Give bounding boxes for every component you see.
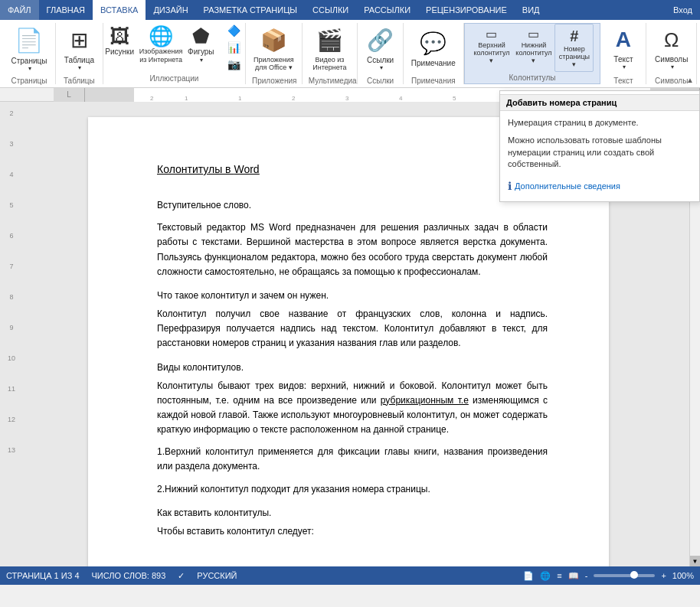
- signin-button[interactable]: Вход: [666, 0, 700, 20]
- footer-button[interactable]: ▭ Нижнийколонтитул ▾: [512, 24, 554, 67]
- online-pictures-icon: 🌐: [149, 26, 173, 46]
- doc-title-word: Word: [234, 163, 259, 175]
- ribbon-group-media: 🎬 Видео изИнтернета Мультимедиа: [303, 23, 358, 84]
- ribbon-group-apps: 📦 Приложениядля Office ▾ Приложения: [246, 23, 303, 84]
- footer-icon: ▭: [528, 27, 539, 41]
- page-number-button[interactable]: # Номерстраницы ▾: [554, 24, 594, 72]
- symbols-button[interactable]: Ω Символы ▾: [650, 23, 692, 75]
- doc-paragraph2: Колонтитул получил свое название от фран…: [157, 307, 548, 351]
- menu-file[interactable]: ФАЙЛ: [0, 0, 39, 20]
- text-group-label: Текст: [607, 75, 639, 86]
- table-icon: ⊞: [70, 28, 88, 53]
- doc-section1: Что такое колонтитул и зачем он нужен.: [157, 290, 548, 301]
- ribbon-collapse-button[interactable]: ▲: [683, 74, 697, 86]
- screenshot-icon: 📷: [227, 59, 240, 70]
- doc-title: Колонтитулы в Word: [157, 163, 548, 175]
- zoom-in-button[interactable]: +: [661, 571, 666, 580]
- page-count: СТРАНИЦА 1 ИЗ 4: [6, 571, 80, 580]
- page-number-icon: #: [570, 28, 578, 45]
- word-count: ЧИСЛО СЛОВ: 893: [92, 571, 166, 580]
- menu-bar: ФАЙЛ ГЛАВНАЯ ВСТАВКА ДИЗАЙН РАЗМЕТКА СТР…: [0, 0, 700, 20]
- pages-group-label: Страницы: [9, 75, 49, 86]
- left-margin: 2 3 4 5 6 7 8 9 10 11 12 13: [0, 102, 23, 566]
- ribbon: 📄 Страницы ▾ Страницы ⊞ Таблица ▾ Таблиц…: [0, 20, 700, 88]
- header-button[interactable]: ▭ Верхнийколонтитул ▾: [471, 24, 513, 67]
- comment-button[interactable]: 💬 Примечание: [407, 23, 460, 75]
- ruler-corner-icon: L: [67, 90, 71, 99]
- popup-more-info-link[interactable]: ℹ Дополнительные сведения: [508, 177, 692, 195]
- view-print-icon[interactable]: 📄: [523, 571, 534, 581]
- ribbon-content: 📄 Страницы ▾ Страницы ⊞ Таблица ▾ Таблиц…: [0, 20, 700, 87]
- ribbon-group-comments: 💬 Примечание Примечания: [404, 23, 463, 84]
- links-button[interactable]: 🔗 Ссылки ▾: [362, 23, 398, 75]
- shapes-button[interactable]: ⬟ Фигуры ▾: [183, 23, 218, 67]
- view-web-icon[interactable]: 🌐: [540, 571, 551, 581]
- status-bar: СТРАНИЦА 1 ИЗ 4 ЧИСЛО СЛОВ: 893 ✓ РУССКИ…: [0, 566, 700, 585]
- menu-layout[interactable]: РАЗМЕТКА СТРАНИЦЫ: [196, 0, 305, 20]
- status-right: 📄 🌐 ≡ 📖 - + 100%: [523, 571, 694, 581]
- apps-icon: 📦: [260, 28, 287, 53]
- apps-group-label: Приложения: [252, 75, 296, 86]
- chart-button[interactable]: 📊: [221, 40, 248, 56]
- links-icon: 🔗: [367, 28, 394, 53]
- menu-view[interactable]: ВИД: [515, 0, 548, 20]
- ruler-corner: L: [54, 88, 84, 102]
- shapes-icon: ⬟: [192, 26, 210, 46]
- popup-body: Нумерация страниц в документе. Можно исп…: [500, 111, 699, 201]
- language[interactable]: РУССКИЙ: [197, 571, 237, 580]
- ribbon-group-illustrations: 🖼 Рисунки 🌐 Изображения из Интернета ⬟ Ф…: [103, 23, 246, 84]
- links-group-label: Ссылки: [364, 75, 397, 86]
- page-numbers-popup: Добавить номера страниц Нумерация страни…: [499, 90, 700, 202]
- ribbon-group-pages: 📄 Страницы ▾ Страницы: [3, 23, 56, 84]
- ribbon-group-tables: ⊞ Таблица ▾ Таблицы: [56, 23, 103, 84]
- media-group-label: Мультимедиа: [309, 75, 351, 86]
- zoom-out-button[interactable]: -: [585, 571, 588, 580]
- info-icon: ℹ: [508, 180, 512, 192]
- doc-section3: Как вставить колонтитулы.: [157, 507, 548, 518]
- doc-section2: Виды колонтитулов.: [157, 362, 548, 373]
- menu-home[interactable]: ГЛАВНАЯ: [39, 0, 93, 20]
- symbols-icon: Ω: [664, 28, 679, 52]
- kolontituly-group-label: Колонтитулы: [471, 72, 594, 83]
- doc-item1: 1.Верхний колонтитул применяется для фик…: [157, 445, 548, 474]
- zoom-level: 100%: [672, 571, 694, 580]
- table-button[interactable]: ⊞ Таблица ▾: [60, 23, 99, 75]
- menu-review[interactable]: РЕЦЕНЗИРОВАНИЕ: [418, 0, 515, 20]
- tables-group-label: Таблицы: [62, 75, 96, 86]
- zoom-slider[interactable]: [594, 574, 655, 577]
- pictures-button[interactable]: 🖼 Рисунки: [100, 23, 139, 60]
- chart-icon: 📊: [227, 42, 240, 53]
- ribbon-group-text: A Текст ▾ Текст: [600, 23, 646, 84]
- smartart-icon: 🔷: [227, 25, 240, 36]
- comments-group-label: Примечания: [410, 75, 456, 86]
- menu-references[interactable]: ССЫЛКИ: [305, 0, 356, 20]
- text-button[interactable]: A Текст ▾: [609, 23, 637, 75]
- video-button[interactable]: 🎬 Видео изИнтернета: [308, 23, 351, 75]
- pages-icon: 📄: [15, 27, 43, 54]
- menu-insert[interactable]: ВСТАВКА: [93, 0, 146, 20]
- ribbon-group-kolontituly: ▭ Верхнийколонтитул ▾ ▭ Нижнийколонтитул…: [464, 23, 601, 84]
- doc-item2: 2.Нижний колонтитул подходит для указани…: [157, 482, 548, 497]
- screenshot-button[interactable]: 📷: [221, 57, 248, 73]
- view-read-icon[interactable]: 📖: [568, 571, 579, 581]
- doc-paragraph1: Текстовый редактор MS Word предназначен …: [157, 220, 548, 279]
- text-icon: A: [616, 28, 631, 52]
- doc-paragraph4: Чтобы вставить колонтитул следует:: [157, 524, 548, 539]
- video-icon: 🎬: [316, 28, 343, 53]
- view-outline-icon[interactable]: ≡: [557, 571, 561, 580]
- illustrations-group-label: Иллюстрации: [110, 73, 239, 84]
- smartart-button[interactable]: 🔷: [221, 23, 248, 39]
- menu-mailings[interactable]: РАССЫЛКИ: [356, 0, 418, 20]
- pictures-icon: 🖼: [110, 26, 129, 46]
- menu-design[interactable]: ДИЗАЙН: [146, 0, 195, 20]
- online-pictures-button[interactable]: 🌐 Изображения из Интернета: [140, 23, 182, 67]
- pages-button[interactable]: 📄 Страницы ▾: [6, 23, 51, 75]
- extra-illustrations: 🔷 📊 📷: [221, 23, 248, 73]
- doc-intro: Вступительное слово.: [157, 198, 548, 213]
- doc-paragraph3: Колонтитулы бывают трех видов: верхний, …: [157, 379, 548, 438]
- scroll-down[interactable]: ▼: [690, 556, 701, 566]
- header-icon: ▭: [486, 27, 497, 41]
- popup-desc2: Можно использовать готовые шаблоны нумер…: [508, 135, 692, 170]
- popup-title: Добавить номера страниц: [500, 94, 699, 111]
- apps-button[interactable]: 📦 Приложениядля Office ▾: [249, 23, 299, 75]
